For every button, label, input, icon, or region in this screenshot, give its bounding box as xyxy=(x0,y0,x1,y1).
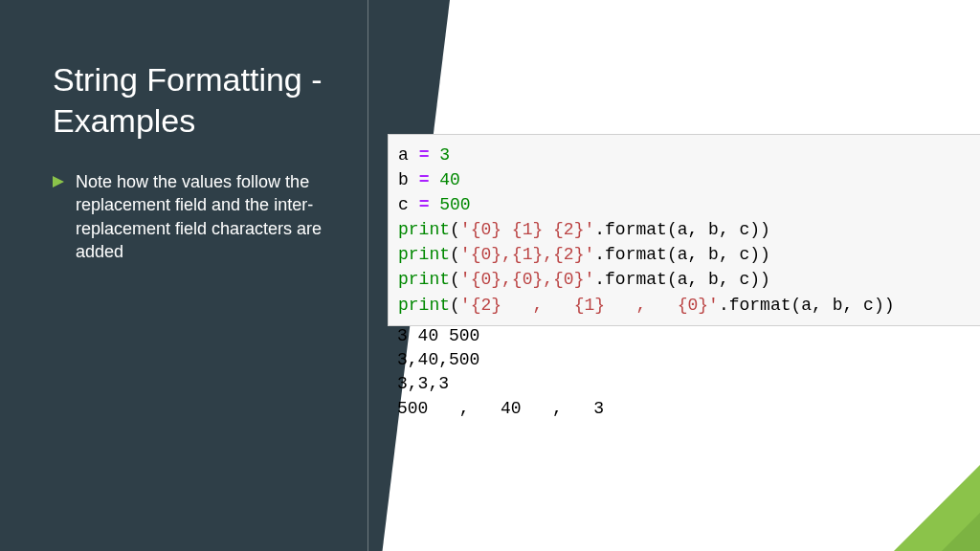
token: .format(a, b, c)) xyxy=(594,245,770,264)
token: '{0},{0},{0}' xyxy=(460,270,594,289)
token: '{2} , {1} , {0}' xyxy=(460,296,719,315)
token: ( xyxy=(450,220,460,239)
token: ( xyxy=(450,245,460,264)
token: = xyxy=(419,195,430,214)
token: ( xyxy=(450,270,460,289)
corner-accent-inner-icon xyxy=(942,513,980,551)
token: .format(a, b, c)) xyxy=(594,220,770,239)
bullet-text: Note how the values follow the replaceme… xyxy=(76,170,349,263)
token: ( xyxy=(450,296,460,315)
output-block: 3 40 500 3,40,500 3,3,3 500 , 40 , 3 xyxy=(388,320,980,425)
token: print xyxy=(398,220,450,239)
token: 40 xyxy=(439,170,460,189)
output-line: 500 , 40 , 3 xyxy=(397,399,604,418)
output-line: 3 40 500 xyxy=(397,326,479,345)
token: print xyxy=(398,270,450,289)
token: c xyxy=(398,195,409,214)
slide-title: String Formatting - Examples xyxy=(53,59,368,141)
token: '{0},{1},{2}' xyxy=(460,245,594,264)
triangle-bullet-icon xyxy=(53,176,64,187)
token: = xyxy=(419,145,430,165)
token: print xyxy=(398,296,450,315)
token: .format(a, b, c)) xyxy=(719,296,895,315)
token: .format(a, b, c)) xyxy=(594,270,770,289)
token: 500 xyxy=(439,195,470,214)
output-line: 3,3,3 xyxy=(397,374,449,393)
token: print xyxy=(398,245,450,264)
code-block: a = 3 b = 40 c = 500 print('{0} {1} {2}'… xyxy=(388,134,980,326)
bullet-item: Note how the values follow the replaceme… xyxy=(53,170,349,263)
token: b xyxy=(398,170,409,189)
output-line: 3,40,500 xyxy=(397,350,479,369)
svg-marker-0 xyxy=(53,176,64,187)
token: a xyxy=(398,145,409,165)
token: 3 xyxy=(439,145,450,165)
token: '{0} {1} {2}' xyxy=(460,220,594,239)
token: = xyxy=(419,170,430,189)
